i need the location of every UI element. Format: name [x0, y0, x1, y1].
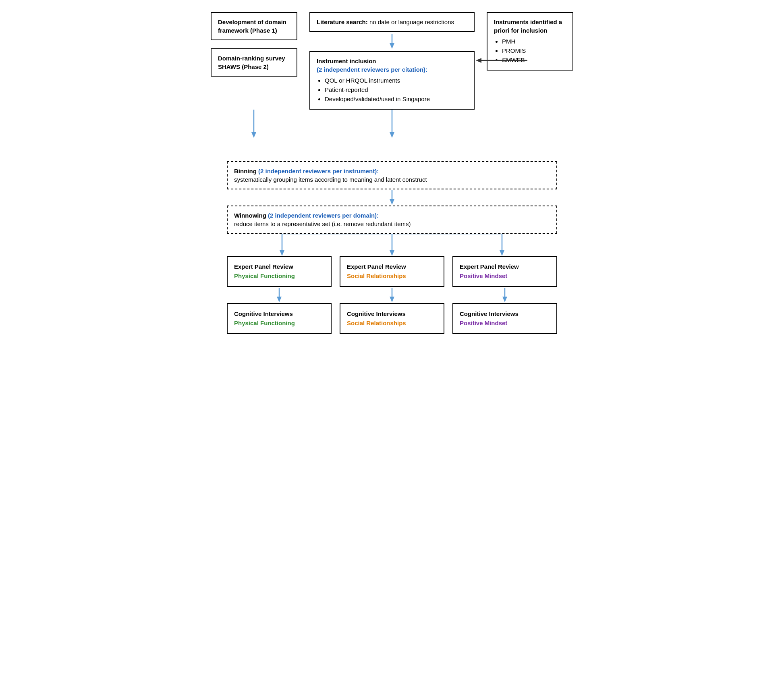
winnowing-box: Winnowing (2 independent reviewers per d…	[227, 206, 557, 234]
cognitive-interviews-social-box: Cognitive Interviews Social Relationship…	[340, 303, 444, 334]
bottom-col-3: Expert Panel Review Positive Mindset Cog…	[452, 256, 557, 334]
cognitive-interviews-physical-domain: Physical Functioning	[234, 320, 295, 326]
arrow-binning-to-winnowing	[211, 190, 573, 205]
instrument-promis: PROMIS	[502, 46, 566, 55]
instrument-item-2: Patient-reported	[325, 85, 467, 94]
svg-marker-3	[251, 132, 256, 138]
svg-marker-20	[390, 297, 394, 302]
cognitive-interviews-mindset-box: Cognitive Interviews Positive Mindset	[452, 303, 557, 334]
mid-section: Binning (2 independent reviewers per ins…	[211, 161, 573, 234]
cognitive-interviews-physical-bold: Cognitive Interviews	[234, 310, 293, 317]
expert-panel-physical-bold: Expert Panel Review	[234, 263, 293, 270]
expert-panel-physical-domain: Physical Functioning	[234, 272, 295, 279]
diagram: Development of domain framework (Phase 1…	[211, 12, 573, 334]
arrow-expert-to-cognitive-1	[275, 288, 283, 302]
expert-panel-mindset-domain: Positive Mindset	[460, 272, 507, 279]
expert-panel-social-bold: Expert Panel Review	[347, 263, 406, 270]
winnowing-rest: reduce items to a representative set (i.…	[234, 220, 411, 227]
domain-ranking-box: Domain-ranking survey SHAWS (Phase 2)	[211, 48, 297, 77]
expert-panel-social-box: Expert Panel Review Social Relationships	[340, 256, 444, 287]
binning-blue: (2 independent reviewers per instrument)…	[257, 168, 379, 174]
winnowing-bold: Winnowing	[234, 212, 266, 219]
binning-box: Binning (2 independent reviewers per ins…	[227, 161, 557, 189]
top-right-column: Instruments identified a priori for incl…	[487, 12, 573, 71]
cognitive-interviews-mindset-domain: Positive Mindset	[460, 320, 507, 326]
domain-framework-box: Development of domain framework (Phase 1…	[211, 12, 297, 40]
instrument-smweb: SMWEB	[502, 56, 566, 64]
cognitive-interviews-social-bold: Cognitive Interviews	[347, 310, 406, 317]
svg-marker-16	[500, 250, 504, 256]
lit-search-rest: no date or language restrictions	[368, 19, 454, 25]
svg-marker-14	[390, 250, 394, 256]
domain-ranking-label: Domain-ranking survey SHAWS (Phase 2)	[218, 55, 285, 70]
expert-panel-mindset-box: Expert Panel Review Positive Mindset	[452, 256, 557, 287]
winnowing-blue: (2 independent reviewers per domain):	[266, 212, 379, 219]
winnowing-arrows	[227, 234, 557, 256]
cognitive-interviews-mindset-bold: Cognitive Interviews	[460, 310, 519, 317]
instrument-item-1: QOL or HRQOL instruments	[325, 76, 467, 85]
instruments-apriori-title: Instruments identified a priori for incl…	[494, 19, 562, 34]
cognitive-interviews-social-domain: Social Relationships	[347, 320, 406, 326]
bottom-col-2: Expert Panel Review Social Relationships…	[340, 256, 444, 334]
lit-search-bold: Literature search:	[317, 19, 368, 25]
instrument-inclusion-box: Instrument inclusion (2 independent revi…	[309, 51, 475, 110]
top-center-column: Literature search: no date or language r…	[309, 12, 475, 110]
instrument-item-3: Developed/validated/used in Singapore	[325, 95, 467, 103]
top-arrows-svg	[211, 110, 573, 158]
arrow-expert-to-cognitive-2	[388, 288, 396, 302]
winnowing-arrows-svg	[227, 234, 557, 256]
top-left-column: Development of domain framework (Phase 1…	[211, 12, 297, 77]
svg-marker-12	[280, 250, 284, 256]
bottom-row: Expert Panel Review Physical Functioning…	[227, 256, 557, 334]
arrow-lit-to-instrument	[388, 34, 396, 49]
arrow-expert-to-cognitive-3	[501, 288, 509, 302]
instrument-pmh: PMH	[502, 37, 566, 46]
binning-rest: systematically grouping items according …	[234, 176, 427, 183]
instrument-bold: Instrument inclusion	[317, 58, 376, 64]
expert-panel-physical-box: Expert Panel Review Physical Functioning	[227, 256, 332, 287]
expert-panel-mindset-bold: Expert Panel Review	[460, 263, 519, 270]
binning-bold: Binning	[234, 168, 257, 174]
bottom-col-1: Expert Panel Review Physical Functioning…	[227, 256, 332, 334]
svg-marker-1	[390, 43, 394, 49]
expert-panel-social-domain: Social Relationships	[347, 272, 406, 279]
svg-marker-22	[502, 297, 507, 302]
svg-marker-5	[390, 132, 394, 138]
instrument-list: QOL or HRQOL instruments Patient-reporte…	[317, 76, 467, 103]
instruments-list: PMH PROMIS SMWEB	[494, 37, 566, 64]
cognitive-interviews-physical-box: Cognitive Interviews Physical Functionin…	[227, 303, 332, 334]
svg-marker-18	[277, 297, 282, 302]
instruments-apriori-box: Instruments identified a priori for incl…	[487, 12, 573, 71]
top-row: Development of domain framework (Phase 1…	[211, 12, 573, 110]
instrument-blue: (2 independent reviewers per citation):	[317, 66, 427, 73]
domain-framework-label: Development of domain framework (Phase 1…	[218, 19, 286, 34]
lit-search-box: Literature search: no date or language r…	[309, 12, 475, 32]
svg-marker-9	[390, 199, 394, 205]
